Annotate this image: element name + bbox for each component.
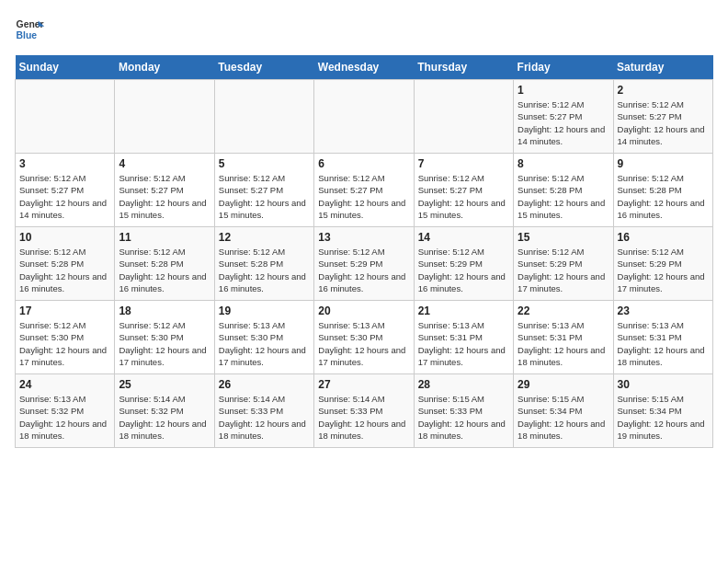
day-info: Sunrise: 5:12 AMSunset: 5:28 PMDaylight:… xyxy=(119,246,210,294)
weekday-friday: Friday xyxy=(514,55,613,80)
svg-text:Blue: Blue xyxy=(17,30,38,40)
day-cell: 24Sunrise: 5:13 AMSunset: 5:32 PMDayligh… xyxy=(16,374,115,448)
day-number: 20 xyxy=(318,304,409,317)
day-cell: 15Sunrise: 5:12 AMSunset: 5:29 PMDayligh… xyxy=(514,227,613,301)
day-number: 10 xyxy=(19,231,110,244)
day-cell: 16Sunrise: 5:12 AMSunset: 5:29 PMDayligh… xyxy=(613,227,712,301)
day-number: 28 xyxy=(418,378,509,391)
day-number: 27 xyxy=(318,378,409,391)
day-number: 22 xyxy=(518,304,609,317)
day-cell: 19Sunrise: 5:13 AMSunset: 5:30 PMDayligh… xyxy=(214,301,313,374)
day-cell: 18Sunrise: 5:12 AMSunset: 5:30 PMDayligh… xyxy=(115,301,214,374)
day-number: 24 xyxy=(19,378,110,391)
day-cell: 14Sunrise: 5:12 AMSunset: 5:29 PMDayligh… xyxy=(414,227,513,301)
day-info: Sunrise: 5:12 AMSunset: 5:27 PMDaylight:… xyxy=(418,172,509,221)
day-info: Sunrise: 5:14 AMSunset: 5:33 PMDaylight:… xyxy=(318,393,409,442)
day-number: 25 xyxy=(119,378,210,391)
day-number: 6 xyxy=(318,157,409,170)
day-cell: 9Sunrise: 5:12 AMSunset: 5:28 PMDaylight… xyxy=(613,154,712,227)
day-info: Sunrise: 5:13 AMSunset: 5:30 PMDaylight:… xyxy=(318,319,409,368)
day-cell: 20Sunrise: 5:13 AMSunset: 5:30 PMDayligh… xyxy=(314,301,414,374)
day-number: 14 xyxy=(418,231,509,244)
day-info: Sunrise: 5:12 AMSunset: 5:28 PMDaylight:… xyxy=(219,246,310,294)
day-number: 17 xyxy=(19,304,110,317)
weekday-tuesday: Tuesday xyxy=(214,55,313,80)
day-info: Sunrise: 5:12 AMSunset: 5:28 PMDaylight:… xyxy=(19,246,110,294)
day-cell xyxy=(115,80,214,154)
day-cell: 23Sunrise: 5:13 AMSunset: 5:31 PMDayligh… xyxy=(613,301,712,374)
week-row-1: 1Sunrise: 5:12 AMSunset: 5:27 PMDaylight… xyxy=(16,80,713,154)
day-info: Sunrise: 5:14 AMSunset: 5:32 PMDaylight:… xyxy=(119,393,210,442)
day-number: 5 xyxy=(219,157,310,170)
day-number: 15 xyxy=(518,231,609,244)
day-number: 3 xyxy=(19,157,110,170)
day-number: 18 xyxy=(119,304,210,317)
day-number: 12 xyxy=(219,231,310,244)
day-info: Sunrise: 5:14 AMSunset: 5:33 PMDaylight:… xyxy=(219,393,310,442)
day-number: 21 xyxy=(418,304,509,317)
day-number: 30 xyxy=(618,378,709,391)
day-cell xyxy=(214,80,313,154)
day-cell: 13Sunrise: 5:12 AMSunset: 5:29 PMDayligh… xyxy=(314,227,414,301)
page-header: General Blue xyxy=(15,15,713,44)
day-number: 16 xyxy=(618,231,709,244)
day-info: Sunrise: 5:12 AMSunset: 5:27 PMDaylight:… xyxy=(318,172,409,221)
weekday-wednesday: Wednesday xyxy=(314,55,414,80)
day-info: Sunrise: 5:13 AMSunset: 5:30 PMDaylight:… xyxy=(219,319,310,368)
day-number: 9 xyxy=(618,157,709,170)
day-info: Sunrise: 5:12 AMSunset: 5:30 PMDaylight:… xyxy=(119,319,210,368)
day-number: 26 xyxy=(219,378,310,391)
day-cell: 3Sunrise: 5:12 AMSunset: 5:27 PMDaylight… xyxy=(16,154,115,227)
day-cell: 7Sunrise: 5:12 AMSunset: 5:27 PMDaylight… xyxy=(414,154,513,227)
day-number: 19 xyxy=(219,304,310,317)
day-cell: 29Sunrise: 5:15 AMSunset: 5:34 PMDayligh… xyxy=(514,374,613,448)
day-cell: 10Sunrise: 5:12 AMSunset: 5:28 PMDayligh… xyxy=(16,227,115,301)
day-cell: 2Sunrise: 5:12 AMSunset: 5:27 PMDaylight… xyxy=(613,80,712,154)
week-row-5: 24Sunrise: 5:13 AMSunset: 5:32 PMDayligh… xyxy=(16,374,713,448)
week-row-4: 17Sunrise: 5:12 AMSunset: 5:30 PMDayligh… xyxy=(16,301,713,374)
week-row-2: 3Sunrise: 5:12 AMSunset: 5:27 PMDaylight… xyxy=(16,154,713,227)
day-number: 1 xyxy=(518,84,609,97)
day-cell xyxy=(16,80,115,154)
day-info: Sunrise: 5:12 AMSunset: 5:29 PMDaylight:… xyxy=(318,246,409,294)
day-number: 7 xyxy=(418,157,509,170)
day-cell: 30Sunrise: 5:15 AMSunset: 5:34 PMDayligh… xyxy=(613,374,712,448)
day-number: 8 xyxy=(518,157,609,170)
weekday-thursday: Thursday xyxy=(414,55,513,80)
day-info: Sunrise: 5:15 AMSunset: 5:34 PMDaylight:… xyxy=(618,393,709,442)
day-cell: 21Sunrise: 5:13 AMSunset: 5:31 PMDayligh… xyxy=(414,301,513,374)
day-info: Sunrise: 5:15 AMSunset: 5:34 PMDaylight:… xyxy=(518,393,609,442)
day-info: Sunrise: 5:13 AMSunset: 5:31 PMDaylight:… xyxy=(518,319,609,368)
weekday-header-row: SundayMondayTuesdayWednesdayThursdayFrid… xyxy=(16,55,713,80)
day-cell: 26Sunrise: 5:14 AMSunset: 5:33 PMDayligh… xyxy=(214,374,313,448)
day-info: Sunrise: 5:15 AMSunset: 5:33 PMDaylight:… xyxy=(418,393,509,442)
calendar-body: 1Sunrise: 5:12 AMSunset: 5:27 PMDaylight… xyxy=(16,80,713,448)
day-cell: 12Sunrise: 5:12 AMSunset: 5:28 PMDayligh… xyxy=(214,227,313,301)
day-cell: 6Sunrise: 5:12 AMSunset: 5:27 PMDaylight… xyxy=(314,154,414,227)
day-cell: 5Sunrise: 5:12 AMSunset: 5:27 PMDaylight… xyxy=(214,154,313,227)
day-info: Sunrise: 5:13 AMSunset: 5:31 PMDaylight:… xyxy=(618,319,709,368)
calendar-table: SundayMondayTuesdayWednesdayThursdayFrid… xyxy=(15,55,713,448)
day-info: Sunrise: 5:12 AMSunset: 5:27 PMDaylight:… xyxy=(618,98,709,147)
day-info: Sunrise: 5:12 AMSunset: 5:27 PMDaylight:… xyxy=(518,98,609,147)
day-info: Sunrise: 5:12 AMSunset: 5:29 PMDaylight:… xyxy=(618,246,709,294)
day-info: Sunrise: 5:13 AMSunset: 5:32 PMDaylight:… xyxy=(19,393,110,442)
day-info: Sunrise: 5:12 AMSunset: 5:29 PMDaylight:… xyxy=(418,246,509,294)
day-cell: 28Sunrise: 5:15 AMSunset: 5:33 PMDayligh… xyxy=(414,374,513,448)
day-number: 29 xyxy=(518,378,609,391)
day-info: Sunrise: 5:12 AMSunset: 5:28 PMDaylight:… xyxy=(518,172,609,221)
day-number: 23 xyxy=(618,304,709,317)
day-cell: 22Sunrise: 5:13 AMSunset: 5:31 PMDayligh… xyxy=(514,301,613,374)
day-number: 11 xyxy=(119,231,210,244)
day-info: Sunrise: 5:12 AMSunset: 5:30 PMDaylight:… xyxy=(19,319,110,368)
weekday-monday: Monday xyxy=(115,55,214,80)
weekday-sunday: Sunday xyxy=(16,55,115,80)
week-row-3: 10Sunrise: 5:12 AMSunset: 5:28 PMDayligh… xyxy=(16,227,713,301)
day-info: Sunrise: 5:12 AMSunset: 5:27 PMDaylight:… xyxy=(19,172,110,221)
day-number: 2 xyxy=(618,84,709,97)
weekday-saturday: Saturday xyxy=(613,55,712,80)
day-info: Sunrise: 5:12 AMSunset: 5:28 PMDaylight:… xyxy=(618,172,709,221)
logo-icon: General Blue xyxy=(15,15,44,44)
day-cell xyxy=(414,80,513,154)
day-cell: 17Sunrise: 5:12 AMSunset: 5:30 PMDayligh… xyxy=(16,301,115,374)
